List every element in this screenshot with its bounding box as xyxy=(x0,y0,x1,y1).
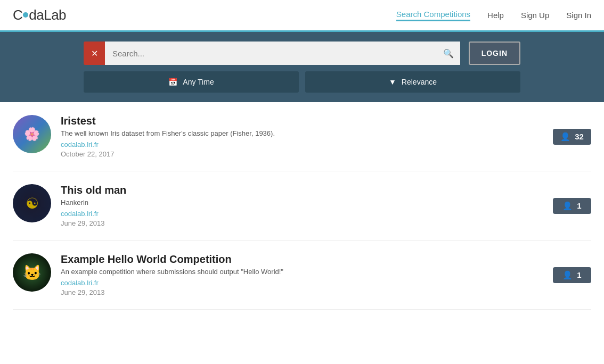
anytime-label: Any Time xyxy=(183,78,214,86)
result-item: ☯ This old man Hankerin codalab.lri.fr J… xyxy=(13,171,591,241)
participants-badge: 👤 1 xyxy=(553,267,591,283)
logo-text: CdaLab xyxy=(13,7,66,23)
clear-search-button[interactable]: ✕ xyxy=(84,42,105,65)
avatar-oldman: ☯ xyxy=(13,184,51,222)
results-list: 🌸 Iristest The well known Iris dataset f… xyxy=(0,102,604,310)
participants-badge: 👤 32 xyxy=(553,129,591,145)
logo-area: CdaLab xyxy=(13,7,66,23)
relevance-filter-button[interactable]: ▼ Relevance xyxy=(305,71,520,93)
avatar: 🌸 xyxy=(13,115,51,153)
result-description: Hankerin xyxy=(61,198,543,206)
result-item: 🌸 Iristest The well known Iris dataset f… xyxy=(13,102,591,171)
participant-count: 32 xyxy=(575,132,584,141)
avatar-iris: 🌸 xyxy=(13,115,51,153)
search-submit-button[interactable]: 🔍 xyxy=(437,42,460,65)
participants-badge: 👤 1 xyxy=(553,198,591,214)
search-bar-row: ✕ 🔍 LOGIN xyxy=(84,42,520,65)
filter-row: 📅 Any Time ▼ Relevance xyxy=(84,71,520,93)
participant-count: 1 xyxy=(577,270,581,279)
user-icon: 👤 xyxy=(560,132,570,142)
login-button[interactable]: LOGIN xyxy=(469,42,520,65)
result-content: Iristest The well known Iris dataset fro… xyxy=(61,115,543,158)
avatar: ☯ xyxy=(13,184,51,222)
nav-help[interactable]: Help xyxy=(487,11,504,20)
avatar-helloworld: 🐱 xyxy=(13,253,51,292)
user-icon: 👤 xyxy=(562,201,573,211)
participant-count: 1 xyxy=(577,201,581,210)
relevance-label: Relevance xyxy=(402,78,437,86)
result-description: The well known Iris dataset from Fisher'… xyxy=(61,129,543,137)
result-link[interactable]: codalab.lri.fr xyxy=(61,140,543,148)
search-section: ✕ 🔍 LOGIN 📅 Any Time ▼ Relevance xyxy=(0,32,604,102)
result-item: 🐱 Example Hello World Competition An exa… xyxy=(13,241,591,310)
result-link[interactable]: codalab.lri.fr xyxy=(61,210,543,218)
search-input-wrapper: 🔍 xyxy=(105,42,460,65)
top-nav: CdaLab Search Competitions Help Sign Up … xyxy=(0,0,604,32)
nav-search-competitions[interactable]: Search Competitions xyxy=(396,10,470,21)
filter-icon: ▼ xyxy=(389,78,396,86)
avatar: 🐱 xyxy=(13,253,51,292)
result-date: June 29, 2013 xyxy=(61,219,543,227)
result-description: An example competition where submissions… xyxy=(61,268,543,276)
nav-links: Search Competitions Help Sign Up Sign In xyxy=(396,10,591,21)
nav-sign-up[interactable]: Sign Up xyxy=(521,11,549,20)
result-content: Example Hello World Competition An examp… xyxy=(61,253,543,296)
result-date: June 29, 2013 xyxy=(61,288,543,296)
result-title: Example Hello World Competition xyxy=(61,253,543,266)
user-icon: 👤 xyxy=(562,270,573,280)
search-icon: 🔍 xyxy=(443,48,454,59)
result-link[interactable]: codalab.lri.fr xyxy=(61,279,543,287)
result-content: This old man Hankerin codalab.lri.fr Jun… xyxy=(61,184,543,227)
anytime-filter-button[interactable]: 📅 Any Time xyxy=(84,71,299,93)
close-icon: ✕ xyxy=(91,48,98,59)
result-title: Iristest xyxy=(61,115,543,127)
calendar-icon: 📅 xyxy=(168,78,177,86)
result-title: This old man xyxy=(61,184,543,196)
nav-sign-in[interactable]: Sign In xyxy=(566,11,591,20)
result-date: October 22, 2017 xyxy=(61,150,543,158)
search-input[interactable] xyxy=(105,42,460,65)
